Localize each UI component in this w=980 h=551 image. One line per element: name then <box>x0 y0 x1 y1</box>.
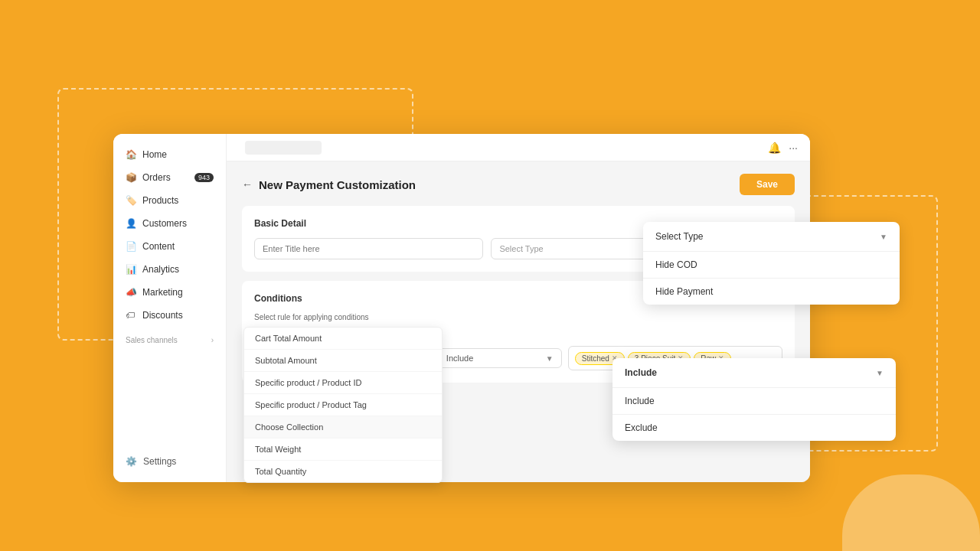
variant-option-product-tag[interactable]: Specific product / Product Tag <box>244 394 442 416</box>
page-title: New Payment Customization <box>259 178 416 191</box>
sidebar-item-home[interactable]: 🏠 Home <box>113 143 226 166</box>
sidebar-settings[interactable]: ⚙️ Settings <box>113 450 226 473</box>
settings-icon: ⚙️ <box>126 456 137 467</box>
sidebar-label-content: Content <box>142 241 175 252</box>
sales-channels-section[interactable]: Sales channels › <box>113 327 226 347</box>
select-type-dropdown: Select Type ▼ Hide COD Hide Payment <box>643 222 900 305</box>
analytics-icon: 📊 <box>126 264 136 275</box>
page-header-left: ← New Payment Customization <box>242 178 416 191</box>
select-type-header-chevron: ▼ <box>880 233 887 241</box>
variant-option-quantity[interactable]: Total Quantity <box>244 461 442 482</box>
back-button[interactable]: ← <box>242 178 253 191</box>
conditions-rule-label: Select rule for applying conditions <box>254 313 782 321</box>
tag-stitched-label: Stitched <box>582 354 609 363</box>
sidebar-label-discounts: Discounts <box>142 310 183 321</box>
sidebar-item-customers[interactable]: 👤 Customers <box>113 212 226 235</box>
sidebar: 🏠 Home 📦 Orders 943 🏷️ Products 👤 Custom… <box>113 134 227 482</box>
sidebar-label-analytics: Analytics <box>142 264 179 275</box>
content-icon: 📄 <box>126 241 136 252</box>
customers-icon: 👤 <box>126 218 136 229</box>
include-option-exclude[interactable]: Exclude <box>612 415 896 441</box>
home-icon: 🏠 <box>126 149 136 160</box>
title-input[interactable] <box>254 238 483 259</box>
save-button[interactable]: Save <box>740 174 795 195</box>
sidebar-label-orders: Orders <box>142 172 171 183</box>
select-type-header-label: Select Type <box>655 231 703 242</box>
sidebar-label-marketing: Marketing <box>142 287 183 298</box>
include-header-label: Include <box>625 367 657 378</box>
sales-channels-arrow: › <box>211 336 214 344</box>
orders-icon: 📦 <box>126 172 136 183</box>
marketing-icon: 📣 <box>126 287 136 298</box>
include-header-chevron: ▼ <box>876 369 884 377</box>
sidebar-item-discounts[interactable]: 🏷 Discounts <box>113 304 226 327</box>
app-topbar: 🔔 ··· <box>227 134 810 161</box>
variant-option-product-id[interactable]: Specific product / Product ID <box>244 372 442 394</box>
sidebar-item-products[interactable]: 🏷️ Products <box>113 189 226 212</box>
include-dropdown-header[interactable]: Include ▼ <box>612 358 896 388</box>
sales-channels-label: Sales channels <box>126 336 178 344</box>
more-options-icon[interactable]: ··· <box>789 142 798 154</box>
variant-dropdown: Cart Total Amount Subtotal Amount Specif… <box>243 327 443 483</box>
sidebar-item-marketing[interactable]: 📣 Marketing <box>113 281 226 304</box>
orders-badge: 943 <box>194 173 214 182</box>
select-type-hide-payment[interactable]: Hide Payment <box>643 279 900 305</box>
sidebar-item-orders[interactable]: 📦 Orders 943 <box>113 166 226 189</box>
variant-option-collection[interactable]: Choose Collection <box>244 416 442 439</box>
variant-option-weight[interactable]: Total Weight <box>244 439 442 461</box>
variant-option-subtotal[interactable]: Subtotal Amount <box>244 350 442 372</box>
include-chevron: ▼ <box>546 354 554 363</box>
page-header: ← New Payment Customization Save <box>242 174 795 195</box>
settings-label: Settings <box>143 456 176 467</box>
include-option-include[interactable]: Include <box>612 388 896 414</box>
sidebar-label-products: Products <box>142 195 178 206</box>
sidebar-item-analytics[interactable]: 📊 Analytics <box>113 258 226 281</box>
include-select[interactable]: Include ▼ <box>438 348 562 368</box>
sidebar-label-customers: Customers <box>142 218 187 229</box>
variant-option-cart-total[interactable]: Cart Total Amount <box>244 328 442 350</box>
select-type-dropdown-header[interactable]: Select Type ▼ <box>643 222 900 252</box>
select-type-hide-cod[interactable]: Hide COD <box>643 252 900 278</box>
products-icon: 🏷️ <box>126 195 136 206</box>
sidebar-item-content[interactable]: 📄 Content <box>113 235 226 258</box>
notification-icon[interactable]: 🔔 <box>768 142 781 154</box>
topbar-search-bar <box>245 141 322 155</box>
include-dropdown: Include ▼ Include Exclude <box>612 358 896 441</box>
select-type-placeholder: Select Type <box>499 244 543 253</box>
sidebar-label-home: Home <box>142 149 167 160</box>
include-select-label: Include <box>446 354 473 363</box>
discounts-icon: 🏷 <box>126 310 136 321</box>
